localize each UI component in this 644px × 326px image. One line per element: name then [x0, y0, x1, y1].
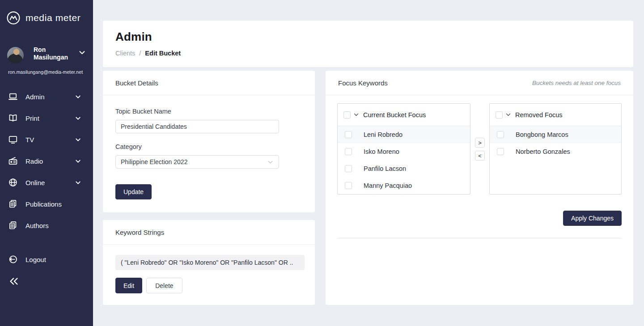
current-list-items: Leni Robredo Isko Moreno Pan — [338, 126, 470, 194]
authors-icon — [8, 220, 18, 230]
logout-button[interactable]: Logout — [0, 249, 93, 270]
brand-logo: media meter — [0, 0, 93, 25]
focus-item-row[interactable]: Isko Moreno — [338, 143, 470, 160]
select-all-removed-checkbox[interactable] — [496, 111, 503, 119]
delete-button[interactable]: Delete — [146, 278, 182, 293]
sidebar-nav: Admin Print — [0, 86, 93, 292]
focus-item-label: Leni Robredo — [364, 131, 402, 138]
focus-item-label: Norberto Gonzales — [516, 148, 570, 155]
brand-name: media meter — [25, 13, 80, 23]
move-to-removed-button[interactable]: > — [475, 138, 485, 148]
publications-icon — [8, 199, 18, 209]
sidebar-item-online[interactable]: Online — [0, 172, 93, 193]
focus-item-label: Bongbong Marcos — [516, 131, 568, 138]
breadcrumb-edit-bucket: Edit Bucket — [145, 50, 181, 57]
removed-list-items: Bongbong Marcos Norberto Gonzales — [490, 126, 621, 160]
logout-label: Logout — [25, 256, 85, 263]
focus-keywords-note: Buckets needs at least one focus — [532, 80, 621, 86]
collapse-sidebar-button[interactable] — [0, 271, 93, 292]
focus-item-row[interactable]: Panfilo Lacson — [338, 160, 470, 177]
focus-item-checkbox[interactable] — [345, 131, 352, 138]
focus-item-row[interactable]: Bongbong Marcos — [490, 126, 621, 143]
focus-item-label: Isko Moreno — [364, 148, 399, 155]
user-name: Ron Masilungan — [34, 46, 68, 61]
focus-item-checkbox[interactable] — [345, 165, 352, 172]
breadcrumb-clients[interactable]: Clients — [115, 50, 135, 57]
sidebar-item-label: Print — [25, 114, 75, 122]
focus-item-checkbox[interactable] — [497, 148, 504, 155]
sidebar-item-tv[interactable]: TV — [0, 129, 93, 150]
main-content: Admin Clients / Edit Bucket Bucket Detai… — [93, 0, 644, 326]
topic-bucket-name-label: Topic Bucket Name — [115, 108, 302, 115]
logout-icon — [8, 254, 18, 264]
user-email: ron.masilungang@media-meter.net — [0, 64, 93, 75]
focus-item-label: Manny Pacquiao — [364, 182, 412, 189]
sidebar-item-radio[interactable]: Radio — [0, 150, 93, 172]
chevron-down-icon[interactable] — [505, 112, 511, 118]
sidebar-item-label: Admin — [25, 93, 75, 101]
focus-keywords-title: Focus Keywords — [338, 79, 388, 87]
keyword-strings-panel: Keyword Strings ( "Leni Robredo" OR "Isk… — [103, 220, 315, 305]
focus-item-checkbox[interactable] — [497, 131, 504, 138]
sidebar: media meter Ron Masilungan ron.masilunga… — [0, 0, 93, 326]
category-select-value: Philippine Election 2022 — [121, 158, 187, 165]
avatar[interactable] — [7, 47, 24, 64]
sidebar-item-publications[interactable]: Publications — [0, 193, 93, 215]
transfer-controls: > < — [470, 103, 489, 195]
move-to-current-button[interactable]: < — [475, 151, 485, 161]
sidebar-item-print[interactable]: Print — [0, 107, 93, 129]
chevron-down-icon — [267, 159, 274, 165]
page-title: Admin — [115, 30, 621, 44]
chevron-down-icon[interactable] — [353, 112, 359, 118]
removed-list-header: Removed Focus — [490, 104, 621, 126]
current-list-header: Current Bucket Focus — [338, 104, 470, 126]
update-button[interactable]: Update — [115, 184, 152, 199]
focus-item-row[interactable]: Leni Robredo — [338, 126, 470, 143]
sidebar-item-admin[interactable]: Admin — [0, 86, 93, 107]
keyword-string-chip[interactable]: ( "Leni Robredo" OR "Isko Moreno" OR "Pa… — [115, 255, 305, 270]
divider — [337, 238, 622, 238]
chevron-down-icon — [75, 136, 81, 143]
sidebar-item-label: Publications — [25, 200, 85, 208]
chevron-down-icon — [75, 115, 81, 122]
chevron-down-icon — [75, 158, 81, 165]
focus-item-row[interactable]: Manny Pacquiao — [338, 177, 470, 194]
current-bucket-focus-list: Current Bucket Focus Leni Robredo — [337, 103, 470, 195]
chevron-down-icon[interactable] — [78, 49, 86, 56]
select-all-current-checkbox[interactable] — [343, 111, 351, 119]
double-chevron-left-icon — [8, 276, 20, 287]
removed-focus-list: Removed Focus Bongbong Marcos — [489, 103, 622, 195]
focus-item-label: Panfilo Lacson — [364, 165, 406, 172]
sidebar-item-authors[interactable]: Authors — [0, 215, 93, 236]
removed-list-title: Removed Focus — [515, 111, 563, 119]
focus-item-checkbox[interactable] — [345, 148, 352, 155]
bucket-details-title: Bucket Details — [115, 79, 158, 87]
bucket-details-panel: Bucket Details Topic Bucket Name Categor… — [103, 71, 315, 212]
focus-item-checkbox[interactable] — [345, 182, 352, 189]
sidebar-item-label: Online — [25, 179, 75, 186]
sidebar-item-label: Radio — [25, 157, 75, 165]
user-menu[interactable]: Ron Masilungan — [0, 46, 93, 64]
page-header: Admin Clients / Edit Bucket — [103, 21, 633, 67]
topic-bucket-name-input[interactable] — [115, 120, 279, 133]
edit-button[interactable]: Edit — [115, 278, 142, 293]
tv-icon — [8, 135, 18, 144]
category-select[interactable]: Philippine Election 2022 — [115, 155, 279, 169]
keyword-strings-title: Keyword Strings — [115, 229, 164, 236]
breadcrumb: Clients / Edit Bucket — [115, 50, 621, 57]
laptop-icon — [8, 92, 18, 102]
apply-changes-button[interactable]: Apply Changes — [563, 211, 622, 226]
sidebar-item-label: TV — [25, 136, 75, 144]
breadcrumb-separator: / — [139, 50, 141, 57]
focus-keywords-panel: Focus Keywords Buckets needs at least on… — [326, 71, 633, 305]
globe-icon — [8, 178, 18, 187]
focus-item-row[interactable]: Norberto Gonzales — [490, 143, 621, 160]
chevron-down-icon — [75, 93, 81, 100]
category-label: Category — [115, 143, 302, 150]
book-open-icon — [8, 113, 18, 123]
chevron-down-icon — [75, 179, 81, 186]
current-list-title: Current Bucket Focus — [363, 111, 426, 119]
sidebar-item-label: Authors — [25, 222, 85, 229]
media-meter-logo-icon — [6, 11, 21, 25]
radio-icon — [8, 156, 18, 166]
